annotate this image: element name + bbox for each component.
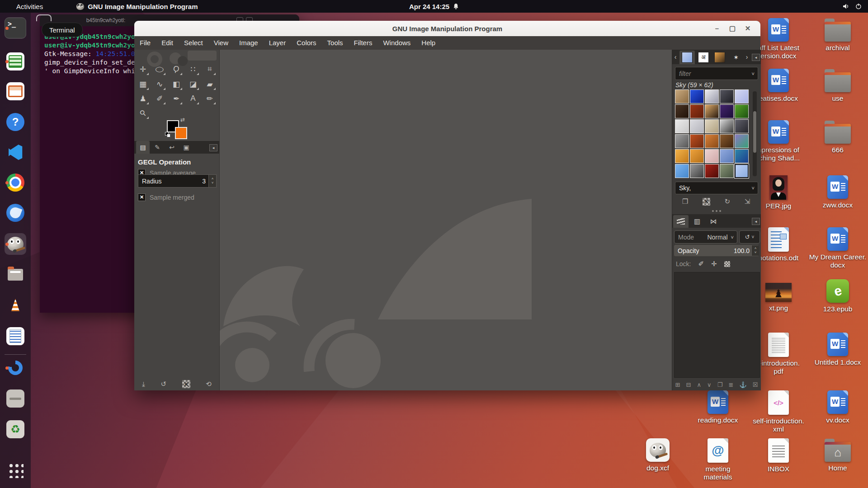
pattern-combo[interactable]: Sky, ˅ [675, 182, 758, 194]
eraser-tool-icon[interactable]: ▰ [203, 78, 216, 90]
desktop-icon-self-introduction-xml[interactable]: </>self-introduction.xml [750, 390, 807, 433]
desktop-icon-meeting-materials[interactable]: @meetingmaterials [689, 438, 747, 481]
refresh-patterns-icon[interactable]: ↻ [724, 197, 730, 206]
pattern-coffee-beans[interactable] [675, 104, 689, 118]
desktop-icon-home[interactable]: ⌂Home [809, 438, 867, 472]
menu-item-view[interactable]: View [208, 36, 234, 50]
minimize-button[interactable]: – [712, 24, 722, 33]
pattern-qbist-blur[interactable] [720, 119, 734, 133]
lock-alpha-icon[interactable] [724, 261, 730, 267]
dock-item-vlc[interactable] [5, 295, 26, 316]
duplicate-layer-icon[interactable]: ❐ [717, 381, 723, 388]
tab-gradients[interactable] [712, 51, 727, 64]
pattern-leopard[interactable] [705, 104, 719, 118]
desktop-icon-archival[interactable]: archival [809, 18, 867, 52]
new-layer-icon[interactable]: ⊞ [675, 381, 680, 388]
new-layer-group-icon[interactable]: ⊟ [686, 381, 691, 388]
desktop-icon-zww-docx[interactable]: Wzww.docx [809, 175, 867, 209]
mode-switch-button[interactable]: ↺˅ [739, 230, 760, 244]
airbrush-tool-icon[interactable]: ✒ [170, 92, 183, 105]
dock-item-libreoffice-calc[interactable] [5, 51, 26, 72]
anchor-layer-icon[interactable]: ⚓ [739, 381, 746, 388]
smudge-tool-icon[interactable]: ✐ [153, 92, 166, 105]
menu-item-select[interactable]: Select [179, 36, 208, 50]
pattern-marble-pink[interactable] [705, 149, 719, 163]
delete-layer-icon[interactable]: ☒ [753, 381, 758, 388]
pattern-marble-black[interactable] [720, 89, 734, 103]
desktop-icon-123-epub[interactable]: e123.epub [809, 279, 867, 313]
menu-item-file[interactable]: File [134, 36, 156, 50]
menu-item-tools[interactable]: Tools [322, 36, 349, 50]
tab-brushes[interactable]: ✶ [728, 51, 744, 64]
open-pattern-icon[interactable]: ⇲ [745, 197, 750, 206]
menu-item-layer[interactable]: Layer [264, 36, 292, 50]
free-select-tool-icon[interactable]: Ϙ [170, 63, 183, 75]
pattern-stone-green[interactable] [720, 164, 734, 178]
text-tool-icon[interactable]: A [187, 92, 199, 105]
layers-menu-button[interactable]: ◂ [752, 218, 760, 225]
pattern-parquet-orange[interactable] [705, 134, 719, 148]
tabs-scroll-left-icon[interactable]: ‹ [672, 50, 679, 64]
dock-item-thunderbird[interactable] [5, 202, 26, 224]
crop-tool-icon[interactable]: ⌗ [203, 63, 216, 75]
gimp-menubar[interactable]: FileEditSelectViewImageLayerColorsToolsF… [134, 36, 760, 50]
gimp-canvas[interactable] [220, 50, 672, 390]
tab-paths[interactable]: ⋈ [706, 215, 721, 228]
pattern-paper-white[interactable] [675, 119, 689, 133]
pattern-sky-selected[interactable] [735, 164, 749, 178]
pattern-crosshatch-gray[interactable] [675, 134, 689, 148]
clone-tool-icon[interactable]: ♟ [137, 92, 149, 105]
patterns-menu-button[interactable]: ◂ [752, 54, 760, 61]
tab-channels[interactable]: ▥ [689, 215, 705, 228]
gradient-tool-icon[interactable]: ◪ [187, 78, 199, 90]
gimp-titlebar[interactable]: GNU Image Manipulation Program – ▢ ✕ [134, 21, 760, 37]
checkbox-checked-icon[interactable]: ✕ [138, 193, 146, 201]
system-status-area[interactable] [843, 0, 862, 13]
menu-item-edit[interactable]: Edit [156, 36, 179, 50]
dock-item-files[interactable] [5, 264, 26, 286]
pattern-pine-stripes[interactable] [675, 149, 689, 163]
save-preset-icon[interactable]: ⤓ [142, 380, 145, 388]
lower-layer-icon[interactable]: ∨ [707, 381, 712, 388]
restore-preset-icon[interactable]: ↺ [160, 380, 166, 388]
menu-item-help[interactable]: Help [416, 36, 441, 50]
gimp-window[interactable]: GNU Image Manipulation Program – ▢ ✕ Fil… [134, 21, 760, 390]
dock-item-libreoffice-impress[interactable] [5, 80, 26, 102]
pattern-marble-white[interactable] [705, 89, 719, 103]
chevron-down-icon[interactable]: ˅ [752, 185, 758, 191]
tab-tool-options[interactable]: ▤ [136, 141, 150, 154]
delete-pattern-icon[interactable]: ✕ [703, 198, 710, 206]
maximize-button[interactable]: ▢ [728, 24, 737, 33]
merge-layer-icon[interactable]: ≣ [728, 381, 733, 388]
pattern-crystal-pale[interactable] [735, 89, 749, 103]
tabs-scroll-right-icon[interactable]: › [744, 50, 750, 64]
spinner-arrows[interactable]: ˄˅ [208, 175, 216, 187]
dock-item-vscode[interactable] [5, 141, 26, 163]
panel-menu-button[interactable]: ◂ [209, 144, 217, 151]
desktop-icon-reading-docx[interactable]: Wreading.docx [689, 390, 747, 424]
dock-item-trash[interactable]: ♻ [5, 418, 26, 440]
pattern-metal-circles[interactable] [690, 164, 704, 178]
dock-item-terminal[interactable]: >_ [5, 17, 26, 39]
lock-position-icon[interactable]: ✛ [711, 260, 717, 268]
menu-item-image[interactable]: Image [234, 36, 264, 50]
layers-list[interactable] [674, 272, 760, 378]
zoom-tool-icon[interactable]: ⚲ [137, 107, 149, 119]
pattern-water-blue[interactable] [690, 89, 704, 103]
opacity-slider[interactable]: Opacity 100.0 ˄˅ [674, 245, 759, 256]
pattern-swirl-rainbow[interactable] [735, 134, 749, 148]
pattern-wood-blocks[interactable] [720, 134, 734, 148]
dock-item-help[interactable]: ? [5, 111, 26, 133]
swap-colors-icon[interactable]: ⇄ [180, 117, 185, 123]
menu-item-filters[interactable]: Filters [349, 36, 378, 50]
dock-item-libreoffice-writer[interactable] [5, 325, 26, 347]
dock-item-ubuntu-software[interactable] [5, 357, 26, 379]
radius-value[interactable]: 3 [202, 178, 208, 185]
tab-layers[interactable] [673, 215, 689, 228]
pattern-filter-input[interactable]: filter ˅ [675, 67, 758, 80]
ellipse-select-tool-icon[interactable]: ◯ [153, 63, 166, 75]
color-picker-tool-icon[interactable]: ✏ [203, 92, 216, 105]
pattern-scrollbar[interactable] [753, 91, 757, 176]
pattern-wood-red[interactable] [690, 134, 704, 148]
desktop-icon-dog-xcf[interactable]: dog.xcf [629, 438, 687, 472]
